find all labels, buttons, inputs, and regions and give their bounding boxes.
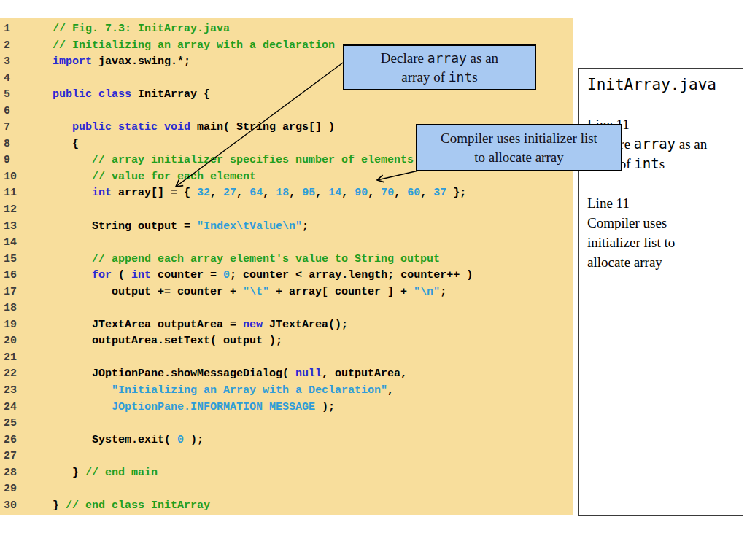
text-segment: class	[98, 88, 131, 101]
line-number: 5	[0, 87, 53, 104]
text-segment: main( String args[] )	[190, 121, 335, 133]
text-line: Declare array as an	[344, 49, 535, 68]
line-number: 15	[0, 252, 53, 268]
text-segment: 64	[249, 187, 263, 199]
slide: 1// Fig. 7.3: InitArray.java2// Initiali…	[0, 0, 747, 560]
text-segment: for	[92, 269, 112, 281]
text-segment: ,	[210, 187, 223, 199]
text-segment: , outputArea,	[322, 368, 407, 380]
code-line: 23 "Initializing an Array with a Declara…	[0, 383, 573, 400]
text-segment: "Initializing an Array with a Declaratio…	[112, 384, 387, 397]
code-line: 12	[0, 202, 573, 219]
code-text: // value for each element	[53, 169, 256, 186]
text-segment: to allocate array	[474, 149, 563, 165]
text-segment: as an	[467, 50, 498, 66]
text-segment: );	[315, 401, 335, 413]
line-number: 7	[0, 120, 53, 136]
text-segment: 14	[328, 187, 341, 199]
line-number: 3	[0, 54, 53, 71]
text-segment	[92, 88, 98, 101]
line-number: 24	[0, 400, 53, 416]
text-segment: // append each array element's value to …	[92, 253, 440, 265]
line-number: 13	[0, 219, 53, 236]
text-segment: String output =	[53, 220, 197, 233]
text-segment: // Fig. 7.3: InitArray.java	[53, 23, 230, 35]
text-segment: };	[446, 187, 466, 199]
code-line: 25	[0, 416, 573, 432]
callout-compiler: Compiler uses initializer listto allocat…	[416, 124, 622, 171]
line-number: 27	[0, 448, 53, 465]
text-segment: ; counter < array.length; counter++ )	[230, 269, 473, 281]
code-text: JOptionPane.INFORMATION_MESSAGE );	[53, 400, 335, 416]
text-segment	[158, 121, 164, 133]
text-line: Line 11	[587, 193, 743, 213]
code-text: for ( int counter = 0; counter < array.l…	[53, 268, 473, 284]
code-line: 16 for ( int counter = 0; counter < arra…	[0, 268, 573, 284]
text-line	[587, 95, 743, 114]
line-number: 23	[0, 383, 53, 400]
text-segment: ,	[289, 187, 302, 199]
text-segment: s	[659, 156, 665, 171]
text-segment: 70	[381, 187, 394, 199]
text-line: InitArray.java	[587, 75, 743, 95]
code-line: 21	[0, 350, 573, 367]
text-segment: allocate array	[587, 254, 662, 270]
line-number: 17	[0, 284, 53, 301]
text-segment: 27	[223, 187, 236, 199]
code-text: "Initializing an Array with a Declaratio…	[53, 383, 394, 400]
code-line: 10 // value for each element	[0, 169, 573, 186]
code-text: // Fig. 7.3: InitArray.java	[53, 21, 230, 38]
code-text: public class InitArray {	[53, 87, 210, 104]
text-segment: counter =	[151, 269, 223, 281]
code-text: String output = "Index\tValue\n";	[53, 219, 309, 236]
code-line: 17 output += counter + "\t" + array[ cou…	[0, 284, 573, 301]
line-number: 28	[0, 465, 53, 482]
text-segment: ,	[263, 187, 276, 199]
line-number: 2	[0, 38, 53, 55]
code-text: JOptionPane.showMessageDialog( null, out…	[53, 366, 407, 383]
text-line: allocate array	[587, 252, 743, 272]
line-number: 19	[0, 317, 53, 334]
text-segment	[53, 384, 112, 397]
text-segment: array[] = {	[112, 187, 197, 199]
text-segment: null	[295, 368, 322, 380]
text-segment: // value for each element	[92, 171, 256, 183]
line-number: 11	[0, 185, 53, 202]
text-segment: "\t"	[243, 286, 269, 298]
line-number: 18	[0, 300, 53, 317]
text-segment	[53, 269, 92, 281]
text-segment: javax.swing.*;	[92, 55, 190, 68]
text-line: Compiler uses	[587, 213, 743, 233]
line-number: 25	[0, 416, 53, 432]
code-text: // array initializer specifies number of…	[53, 152, 440, 169]
text-segment: array	[634, 136, 676, 152]
text-segment: JTextArea();	[263, 319, 348, 331]
code-line: 29	[0, 481, 573, 498]
text-segment: ,	[236, 187, 249, 199]
line-number: 14	[0, 235, 53, 252]
text-segment: import	[53, 55, 92, 68]
text-segment: Compiler uses	[587, 215, 667, 230]
text-segment: array	[427, 50, 467, 66]
text-segment: Declare	[381, 50, 427, 66]
text-line: to allocate array	[417, 148, 621, 167]
code-text: } // end main	[53, 465, 158, 482]
line-number: 12	[0, 202, 53, 219]
code-line: 24 JOptionPane.INFORMATION_MESSAGE );	[0, 400, 573, 416]
text-segment: new	[243, 319, 263, 331]
line-number: 8	[0, 136, 53, 153]
text-line: initializer list to	[587, 233, 743, 252]
line-number: 22	[0, 366, 53, 383]
text-segment: ,	[394, 187, 407, 199]
text-segment	[53, 121, 72, 133]
text-segment: array of	[401, 69, 448, 85]
text-segment: int	[131, 269, 151, 281]
code-line: 11 int array[] = { 32, 27, 64, 18, 95, 1…	[0, 185, 573, 202]
line-number: 16	[0, 268, 53, 284]
text-segment: public	[72, 121, 112, 133]
line-number: 6	[0, 104, 53, 120]
code-line: 1// Fig. 7.3: InitArray.java	[0, 21, 573, 38]
line-number: 21	[0, 350, 53, 367]
text-segment	[53, 171, 92, 183]
text-segment: );	[184, 434, 204, 446]
